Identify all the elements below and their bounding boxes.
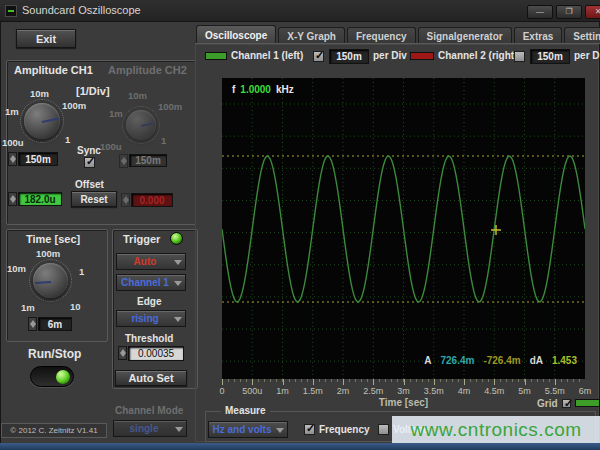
x-tick-label: 2.5m	[363, 386, 383, 396]
grid-label: Grid	[537, 398, 558, 409]
knob-scale-label: 10m	[30, 88, 49, 99]
offset-ch2-spinner[interactable]	[121, 193, 130, 207]
amplitude-ch2-knob[interactable]	[126, 110, 156, 140]
x-tick-label: 3m	[397, 386, 410, 396]
exit-button[interactable]: Exit	[16, 29, 76, 48]
threshold-value[interactable]: 0.00035	[128, 346, 184, 361]
amplitude-ch2-title: Amplitude CH2	[108, 64, 187, 76]
grid-color-swatch[interactable]	[575, 399, 600, 407]
tab-bar: OscilloscopeX-Y GraphFrequencySignalgene…	[196, 25, 600, 44]
per-div-label-1: per Div	[373, 50, 407, 61]
frequency-label: Frequency	[319, 424, 370, 435]
meas-upper-value: 726.4m	[440, 355, 474, 366]
channel1-color-swatch[interactable]	[205, 52, 227, 60]
grid-checkbox[interactable]	[562, 399, 571, 408]
amplitude-ch2-spinner[interactable]	[119, 154, 128, 168]
chevron-down-icon	[174, 260, 182, 265]
x-axis-ticks	[222, 379, 585, 385]
channel1-enable-checkbox[interactable]	[313, 51, 324, 62]
knob-scale-label: 1	[79, 266, 84, 277]
threshold-spinner[interactable]	[118, 346, 127, 360]
runstop-label: Run/Stop	[28, 347, 81, 361]
voltage-checkbox[interactable]	[378, 424, 389, 435]
knob-scale-label: 100m	[158, 101, 182, 112]
knob-pointer	[42, 118, 59, 123]
cursor-readout: A 726.4m -726.4m dA 1.453	[424, 355, 577, 366]
measure-mode-dropdown[interactable]: Hz and volts	[208, 421, 288, 438]
runstop-toggle[interactable]	[30, 366, 74, 387]
channel2-enable-checkbox[interactable]	[514, 51, 525, 62]
knob-scale-label: 10m	[128, 90, 147, 101]
tab-frequency[interactable]: Frequency	[347, 27, 416, 44]
amplitude-ch1-value[interactable]: 150m	[18, 152, 58, 166]
offset-ch1-spinner[interactable]	[8, 192, 17, 206]
trigger-source-dropdown[interactable]: Channel 1	[116, 274, 186, 291]
scope-plot[interactable]: f 1.0000 kHz A 726.4m -726.4m dA 1.453	[222, 78, 585, 379]
knob-scale-label: 1m	[109, 108, 123, 119]
channel1-div-value[interactable]: 150m	[329, 49, 369, 64]
amplitude-ch1-title: Amplitude CH1	[14, 64, 93, 76]
tab-x-y-graph[interactable]: X-Y Graph	[278, 27, 345, 44]
time-value[interactable]: 6m	[38, 317, 72, 331]
knob-scale-label: 1	[161, 135, 166, 146]
copyright-bar: © 2012 C. Zeitnitz V1.41	[1, 423, 107, 438]
meas-da-label: dA	[530, 355, 543, 366]
close-button[interactable]: ✕	[585, 5, 600, 19]
time-knob[interactable]	[33, 263, 68, 298]
knob-scale-label: 100m	[36, 248, 60, 259]
x-tick-label: 5.5m	[545, 386, 565, 396]
chevron-down-icon	[174, 281, 182, 286]
measure-mode-value: Hz and volts	[213, 424, 272, 435]
trigger-edge-value: rising	[131, 313, 158, 324]
tab-signalgenerator[interactable]: Signalgenerator	[418, 27, 512, 44]
knob-pointer	[34, 281, 50, 284]
amplitude-ch2-value[interactable]: 150m	[129, 154, 167, 167]
amplitude-ch1-knob[interactable]	[24, 103, 60, 139]
app-icon	[5, 5, 17, 17]
trigger-mode-dropdown[interactable]: Auto	[116, 253, 186, 270]
edge-label: Edge	[137, 296, 161, 307]
sync-checkbox[interactable]	[84, 157, 95, 168]
threshold-label: Threshold	[125, 333, 173, 344]
frequency-checkbox[interactable]	[304, 424, 315, 435]
tab-settings[interactable]: Settings	[564, 27, 600, 44]
knob-scale-label: 1m	[21, 302, 35, 313]
offset-label: Offset	[75, 179, 104, 190]
x-tick-label: 5m	[518, 386, 531, 396]
channel2-div-value[interactable]: 150m	[530, 49, 570, 64]
minimize-button[interactable]: —	[527, 5, 553, 19]
knob-scale-label: 100m	[62, 100, 86, 111]
title-bar: Soundcard Oszilloscope — ❐ ✕	[0, 0, 600, 22]
chevron-down-icon	[276, 428, 284, 433]
knob-scale-label: 1m	[5, 106, 19, 117]
auto-set-button[interactable]: Auto Set	[115, 370, 187, 386]
window-title: Soundcard Oszilloscope	[22, 4, 141, 16]
meas-lower-value: -726.4m	[483, 355, 520, 366]
x-axis-label: Time [sec]	[222, 397, 585, 408]
time-spinner[interactable]	[28, 317, 37, 331]
freq-prefix: f	[232, 84, 235, 95]
measure-title: Measure	[221, 405, 270, 416]
amplitude-ch1-spinner[interactable]	[8, 152, 17, 166]
taskbar-strip	[0, 443, 600, 450]
trigger-source-value: Channel 1	[121, 277, 169, 288]
offset-reset-button[interactable]: Reset	[71, 191, 117, 207]
x-tick-label: 0	[219, 386, 224, 396]
trigger-title: Trigger	[123, 233, 160, 245]
offset-ch2-value[interactable]: 0.000	[131, 193, 173, 207]
soundcard-oscilloscope-window: Soundcard Oszilloscope — ❐ ✕ Exit Amplit…	[0, 0, 600, 450]
channel2-color-swatch[interactable]	[410, 52, 434, 60]
x-tick-label: 4m	[458, 386, 471, 396]
channel-mode-dropdown[interactable]: single	[113, 420, 187, 437]
tab-divider	[195, 43, 600, 44]
chevron-down-icon	[174, 317, 182, 322]
channel1-label: Channel 1 (left)	[231, 50, 303, 61]
offset-ch1-value[interactable]: 182.0u	[18, 192, 62, 206]
tab-oscilloscope[interactable]: Oscilloscope	[196, 25, 276, 44]
tab-extras[interactable]: Extras	[514, 27, 563, 44]
trigger-edge-dropdown[interactable]: rising	[116, 310, 186, 327]
maximize-button[interactable]: ❐	[556, 5, 582, 19]
knob-scale-label: 10m	[7, 263, 26, 274]
amplitude-unit-label: [1/Div]	[76, 85, 110, 97]
knob-scale-label: 100u	[100, 141, 122, 152]
